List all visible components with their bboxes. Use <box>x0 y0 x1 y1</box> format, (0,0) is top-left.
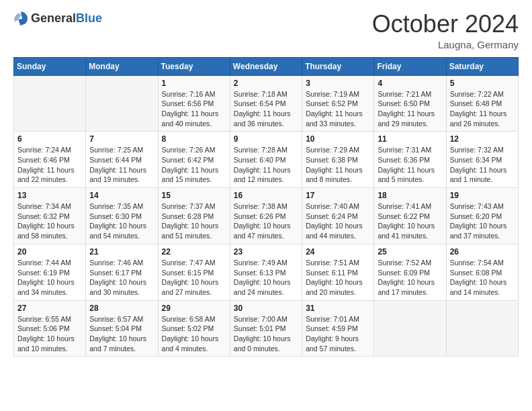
calendar-cell: 29Sunrise: 6:58 AMSunset: 5:02 PMDayligh… <box>158 300 230 357</box>
calendar-cell: 22Sunrise: 7:47 AMSunset: 6:15 PMDayligh… <box>158 244 230 300</box>
column-header-sunday: Sunday <box>14 57 86 75</box>
logo-icon <box>13 11 28 26</box>
cell-day-number: 30 <box>234 304 298 313</box>
cell-info: Sunrise: 7:32 AMSunset: 6:34 PMDaylight:… <box>450 145 515 185</box>
cell-info: Sunrise: 7:46 AMSunset: 6:17 PMDaylight:… <box>89 258 154 298</box>
cell-day-number: 26 <box>450 247 515 257</box>
cell-info: Sunrise: 7:37 AMSunset: 6:28 PMDaylight:… <box>162 201 226 241</box>
calendar-cell <box>374 300 446 357</box>
calendar-cell: 28Sunrise: 6:57 AMSunset: 5:04 PMDayligh… <box>86 300 158 357</box>
cell-info: Sunrise: 7:16 AMSunset: 6:56 PMDaylight:… <box>162 89 226 129</box>
cell-day-number: 1 <box>162 79 226 88</box>
calendar-cell: 8Sunrise: 7:26 AMSunset: 6:42 PMDaylight… <box>158 132 230 188</box>
calendar-table: SundayMondayTuesdayWednesdayThursdayFrid… <box>13 57 519 357</box>
calendar-cell: 17Sunrise: 7:40 AMSunset: 6:24 PMDayligh… <box>302 188 374 244</box>
cell-info: Sunrise: 7:47 AMSunset: 6:15 PMDaylight:… <box>162 258 226 298</box>
cell-info: Sunrise: 7:22 AMSunset: 6:48 PMDaylight:… <box>450 89 515 129</box>
calendar-cell: 19Sunrise: 7:43 AMSunset: 6:20 PMDayligh… <box>446 188 518 244</box>
calendar-week-row: 1Sunrise: 7:16 AMSunset: 6:56 PMDaylight… <box>14 75 519 132</box>
calendar-week-row: 27Sunrise: 6:55 AMSunset: 5:06 PMDayligh… <box>14 300 519 357</box>
cell-day-number: 7 <box>89 134 154 144</box>
calendar-cell: 3Sunrise: 7:19 AMSunset: 6:52 PMDaylight… <box>302 75 374 132</box>
cell-info: Sunrise: 7:40 AMSunset: 6:24 PMDaylight:… <box>306 201 370 241</box>
calendar-cell: 9Sunrise: 7:28 AMSunset: 6:40 PMDaylight… <box>230 132 302 188</box>
calendar-cell: 25Sunrise: 7:52 AMSunset: 6:09 PMDayligh… <box>374 244 446 300</box>
title-block: October 2024 Laugna, Germany <box>372 11 519 50</box>
calendar-cell: 13Sunrise: 7:34 AMSunset: 6:32 PMDayligh… <box>14 188 86 244</box>
cell-info: Sunrise: 7:43 AMSunset: 6:20 PMDaylight:… <box>450 201 515 241</box>
cell-day-number: 18 <box>378 191 442 200</box>
calendar-cell: 10Sunrise: 7:29 AMSunset: 6:38 PMDayligh… <box>302 132 374 188</box>
calendar-cell: 11Sunrise: 7:31 AMSunset: 6:36 PMDayligh… <box>374 132 446 188</box>
cell-info: Sunrise: 7:34 AMSunset: 6:32 PMDaylight:… <box>17 201 82 241</box>
cell-day-number: 22 <box>162 247 226 257</box>
month-title: October 2024 <box>372 11 519 38</box>
cell-day-number: 17 <box>306 191 370 200</box>
cell-day-number: 16 <box>234 191 298 200</box>
cell-info: Sunrise: 7:49 AMSunset: 6:13 PMDaylight:… <box>234 258 298 298</box>
cell-day-number: 10 <box>306 134 370 144</box>
calendar-cell: 26Sunrise: 7:54 AMSunset: 6:08 PMDayligh… <box>446 244 518 300</box>
calendar-cell <box>86 75 158 132</box>
calendar-cell: 4Sunrise: 7:21 AMSunset: 6:50 PMDaylight… <box>374 75 446 132</box>
cell-day-number: 12 <box>450 134 515 144</box>
cell-info: Sunrise: 7:00 AMSunset: 5:01 PMDaylight:… <box>234 314 298 354</box>
cell-day-number: 2 <box>234 79 298 88</box>
cell-day-number: 20 <box>17 247 82 257</box>
calendar-cell: 1Sunrise: 7:16 AMSunset: 6:56 PMDaylight… <box>158 75 230 132</box>
logo-blue: Blue <box>76 11 102 25</box>
cell-info: Sunrise: 6:57 AMSunset: 5:04 PMDaylight:… <box>89 314 154 354</box>
calendar-cell: 6Sunrise: 7:24 AMSunset: 6:46 PMDaylight… <box>14 132 86 188</box>
cell-day-number: 9 <box>234 134 298 144</box>
cell-info: Sunrise: 6:58 AMSunset: 5:02 PMDaylight:… <box>162 314 226 354</box>
cell-info: Sunrise: 6:55 AMSunset: 5:06 PMDaylight:… <box>17 314 82 354</box>
cell-day-number: 28 <box>89 304 154 313</box>
calendar-cell: 2Sunrise: 7:18 AMSunset: 6:54 PMDaylight… <box>230 75 302 132</box>
calendar-week-row: 6Sunrise: 7:24 AMSunset: 6:46 PMDaylight… <box>14 132 519 188</box>
cell-day-number: 14 <box>89 191 154 200</box>
calendar-cell: 20Sunrise: 7:44 AMSunset: 6:19 PMDayligh… <box>14 244 86 300</box>
calendar-cell <box>446 300 518 357</box>
cell-day-number: 3 <box>306 79 370 88</box>
cell-info: Sunrise: 7:01 AMSunset: 4:59 PMDaylight:… <box>306 314 370 354</box>
cell-day-number: 6 <box>17 134 82 144</box>
calendar-week-row: 20Sunrise: 7:44 AMSunset: 6:19 PMDayligh… <box>14 244 519 300</box>
cell-info: Sunrise: 7:31 AMSunset: 6:36 PMDaylight:… <box>378 145 442 185</box>
column-header-friday: Friday <box>374 57 446 75</box>
calendar-week-row: 13Sunrise: 7:34 AMSunset: 6:32 PMDayligh… <box>14 188 519 244</box>
calendar-cell: 18Sunrise: 7:41 AMSunset: 6:22 PMDayligh… <box>374 188 446 244</box>
cell-info: Sunrise: 7:38 AMSunset: 6:26 PMDaylight:… <box>234 201 298 241</box>
calendar-cell: 21Sunrise: 7:46 AMSunset: 6:17 PMDayligh… <box>86 244 158 300</box>
cell-info: Sunrise: 7:41 AMSunset: 6:22 PMDaylight:… <box>378 201 442 241</box>
calendar-cell: 30Sunrise: 7:00 AMSunset: 5:01 PMDayligh… <box>230 300 302 357</box>
calendar-cell: 12Sunrise: 7:32 AMSunset: 6:34 PMDayligh… <box>446 132 518 188</box>
calendar-cell: 7Sunrise: 7:25 AMSunset: 6:44 PMDaylight… <box>86 132 158 188</box>
calendar-cell: 23Sunrise: 7:49 AMSunset: 6:13 PMDayligh… <box>230 244 302 300</box>
cell-day-number: 24 <box>306 247 370 257</box>
calendar-cell: 14Sunrise: 7:35 AMSunset: 6:30 PMDayligh… <box>86 188 158 244</box>
cell-info: Sunrise: 7:28 AMSunset: 6:40 PMDaylight:… <box>234 145 298 185</box>
calendar-cell: 5Sunrise: 7:22 AMSunset: 6:48 PMDaylight… <box>446 75 518 132</box>
page-header: GeneralBlue October 2024 Laugna, Germany <box>13 11 519 50</box>
calendar-cell: 24Sunrise: 7:51 AMSunset: 6:11 PMDayligh… <box>302 244 374 300</box>
calendar-cell <box>14 75 86 132</box>
calendar-cell: 31Sunrise: 7:01 AMSunset: 4:59 PMDayligh… <box>302 300 374 357</box>
cell-info: Sunrise: 7:18 AMSunset: 6:54 PMDaylight:… <box>234 89 298 129</box>
cell-info: Sunrise: 7:19 AMSunset: 6:52 PMDaylight:… <box>306 89 370 129</box>
calendar-body: 1Sunrise: 7:16 AMSunset: 6:56 PMDaylight… <box>14 75 519 357</box>
cell-day-number: 8 <box>162 134 226 144</box>
location-title: Laugna, Germany <box>372 39 519 50</box>
cell-info: Sunrise: 7:52 AMSunset: 6:09 PMDaylight:… <box>378 258 442 298</box>
column-header-monday: Monday <box>86 57 158 75</box>
calendar-cell: 27Sunrise: 6:55 AMSunset: 5:06 PMDayligh… <box>14 300 86 357</box>
cell-day-number: 11 <box>378 134 442 144</box>
cell-day-number: 19 <box>450 191 515 200</box>
column-header-wednesday: Wednesday <box>230 57 302 75</box>
cell-info: Sunrise: 7:35 AMSunset: 6:30 PMDaylight:… <box>89 201 154 241</box>
cell-info: Sunrise: 7:54 AMSunset: 6:08 PMDaylight:… <box>450 258 515 298</box>
column-header-saturday: Saturday <box>446 57 518 75</box>
cell-info: Sunrise: 7:25 AMSunset: 6:44 PMDaylight:… <box>89 145 154 185</box>
cell-info: Sunrise: 7:26 AMSunset: 6:42 PMDaylight:… <box>162 145 226 185</box>
cell-day-number: 5 <box>450 79 515 88</box>
calendar-cell: 16Sunrise: 7:38 AMSunset: 6:26 PMDayligh… <box>230 188 302 244</box>
